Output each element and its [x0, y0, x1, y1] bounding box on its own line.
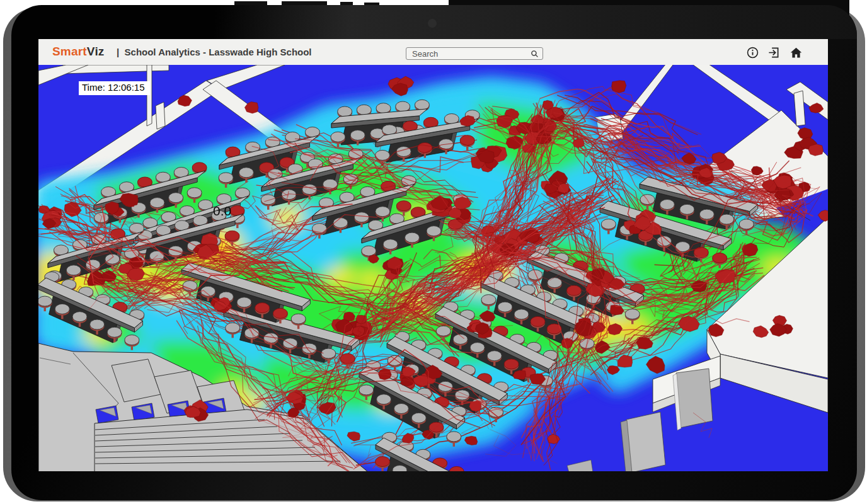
svg-text:0.0: 0.0	[213, 203, 231, 218]
